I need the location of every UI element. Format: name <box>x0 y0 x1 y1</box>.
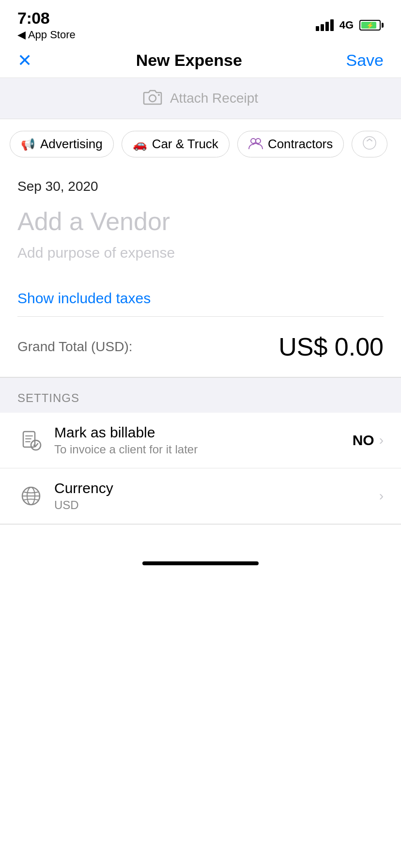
home-indicator <box>142 561 259 565</box>
vendor-field[interactable]: Add a Vendor <box>17 199 384 241</box>
currency-subtitle: USD <box>54 498 379 512</box>
category-chip-car-truck[interactable]: 🚗 Car & Truck <box>122 131 230 157</box>
category-chip-more[interactable] <box>352 131 387 157</box>
settings-header: SETTINGS <box>0 378 401 413</box>
signal-bar-2 <box>321 24 324 31</box>
billable-chevron-icon: › <box>379 433 384 448</box>
currency-icon <box>17 482 45 510</box>
battery-body: ⚡ <box>359 20 381 31</box>
home-indicator-area <box>0 525 401 573</box>
more-categories-icon <box>363 136 376 152</box>
currency-title: Currency <box>54 480 379 496</box>
battery-tip <box>382 23 384 28</box>
currency-text: Currency USD <box>54 480 379 512</box>
attach-receipt-bar[interactable]: Attach Receipt <box>0 78 401 119</box>
category-chip-contractors[interactable]: Contractors <box>237 131 344 157</box>
advertising-label: Advertising <box>40 137 103 152</box>
signal-bar-1 <box>316 26 319 31</box>
attach-receipt-label: Attach Receipt <box>170 91 258 106</box>
save-button[interactable]: Save <box>346 51 384 70</box>
status-right: 4G ⚡ <box>316 19 384 31</box>
advertising-icon: 📢 <box>21 139 35 150</box>
car-truck-icon: 🚗 <box>133 139 147 150</box>
status-time: 7:08 <box>17 9 76 28</box>
nav-bar: ✕ New Expense Save <box>0 45 401 78</box>
signal-bar-4 <box>330 19 334 31</box>
status-4g: 4G <box>339 19 354 31</box>
billable-title: Mark as billable <box>54 424 353 441</box>
billable-text: Mark as billable To invoice a client for… <box>54 424 353 456</box>
billable-icon <box>17 427 45 454</box>
main-content: Sep 30, 2020 Add a Vendor Add purpose of… <box>0 169 401 377</box>
contractors-icon <box>248 137 263 152</box>
expense-date[interactable]: Sep 30, 2020 <box>17 169 384 199</box>
status-back[interactable]: ◀ App Store <box>17 29 76 41</box>
signal-bar-3 <box>325 22 329 31</box>
billable-subtitle: To invoice a client for it later <box>54 443 353 456</box>
show-taxes-link[interactable]: Show included taxes <box>17 280 384 316</box>
contractors-label: Contractors <box>268 137 333 152</box>
camera-icon <box>143 89 162 108</box>
battery: ⚡ <box>359 20 384 31</box>
settings-row-billable[interactable]: Mark as billable To invoice a client for… <box>0 413 401 468</box>
svg-point-4 <box>363 137 376 149</box>
purpose-field[interactable]: Add purpose of expense <box>17 241 384 280</box>
settings-section: SETTINGS Mark as billable To invoice a c… <box>0 377 401 525</box>
svg-point-2 <box>251 139 256 143</box>
close-button[interactable]: ✕ <box>17 52 32 69</box>
status-bar: 7:08 ◀ App Store 4G ⚡ <box>0 0 401 45</box>
svg-point-0 <box>149 95 156 102</box>
grand-total-row: Grand Total (USD): US$ 0.00 <box>17 317 384 377</box>
currency-chevron-icon: › <box>379 488 384 504</box>
svg-point-1 <box>158 94 160 96</box>
billable-value: NO <box>353 432 374 449</box>
page-title: New Expense <box>136 51 242 70</box>
category-chip-advertising[interactable]: 📢 Advertising <box>10 131 114 157</box>
category-scroll: 📢 Advertising 🚗 Car & Truck Contractors <box>0 119 401 169</box>
battery-bolt-icon: ⚡ <box>366 21 374 29</box>
settings-row-currency[interactable]: Currency USD › <box>0 468 401 524</box>
car-truck-label: Car & Truck <box>152 137 218 152</box>
status-left: 7:08 ◀ App Store <box>17 9 76 41</box>
grand-total-label: Grand Total (USD): <box>17 339 133 355</box>
svg-point-3 <box>256 139 261 143</box>
signal-bars <box>316 19 334 31</box>
grand-total-value: US$ 0.00 <box>278 332 384 361</box>
